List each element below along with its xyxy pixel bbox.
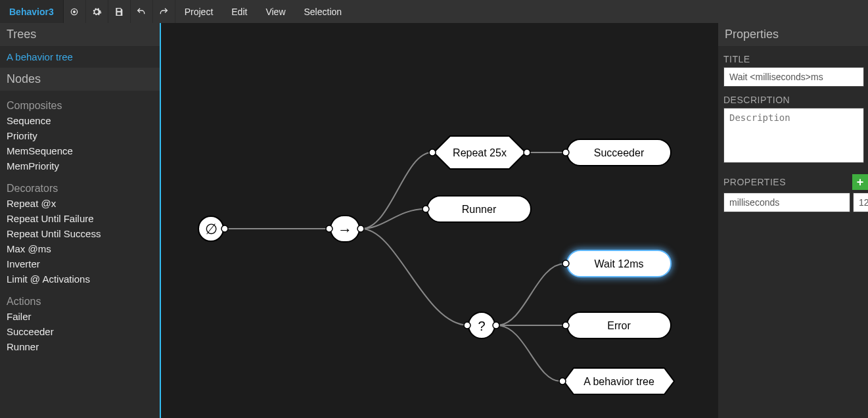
node-memsequence[interactable]: MemSequence xyxy=(0,143,160,158)
node-inverter[interactable]: Inverter xyxy=(0,256,160,271)
canvas-succeeder-node[interactable]: Succeeder xyxy=(562,139,671,166)
menu-view[interactable]: View xyxy=(256,7,294,17)
canvas-repeat-node[interactable]: Repeat 25x xyxy=(429,136,530,169)
svg-text:Runner: Runner xyxy=(462,204,497,215)
node-repeat-until-success[interactable]: Repeat Until Success xyxy=(0,226,160,241)
svg-point-7 xyxy=(326,225,332,232)
svg-text:→: → xyxy=(338,221,352,238)
property-key-input[interactable] xyxy=(723,193,850,212)
left-sidebar: Trees A behavior tree Nodes Composites S… xyxy=(0,23,161,418)
svg-text:∅: ∅ xyxy=(205,221,217,237)
redo-icon xyxy=(158,7,169,17)
undo-icon xyxy=(136,7,147,17)
group-actions: Actions xyxy=(0,292,160,309)
svg-text:Wait 12ms: Wait 12ms xyxy=(595,258,644,269)
trees-header: Trees xyxy=(0,23,160,46)
canvas-sequence-node[interactable]: → xyxy=(326,216,364,242)
menu-bar: Project Edit View Selection xyxy=(175,0,351,23)
redo-button[interactable] xyxy=(153,0,175,23)
top-bar: Behavior3 Project Edit View Selection xyxy=(0,0,868,23)
menu-edit[interactable]: Edit xyxy=(222,7,256,17)
svg-point-11 xyxy=(429,149,436,156)
properties-header: Properties xyxy=(718,23,868,46)
property-value-input[interactable] xyxy=(853,193,868,212)
graph-svg: ∅ → Repeat 25x Suc xyxy=(161,23,718,418)
node-limit-activations[interactable]: Limit @ Activations xyxy=(0,271,160,287)
svg-text:Error: Error xyxy=(607,320,631,331)
undo-button[interactable] xyxy=(131,0,153,23)
node-succeeder[interactable]: Succeeder xyxy=(0,324,160,339)
canvas-error-node[interactable]: Error xyxy=(562,312,671,338)
node-repeat[interactable]: Repeat @x xyxy=(0,196,160,211)
brand: Behavior3 xyxy=(0,0,64,23)
svg-point-8 xyxy=(357,225,364,232)
svg-point-4 xyxy=(221,225,228,232)
gear-icon xyxy=(91,7,102,17)
node-failer[interactable]: Failer xyxy=(0,309,160,324)
svg-point-18 xyxy=(423,206,429,212)
target-icon xyxy=(69,7,80,17)
svg-point-1 xyxy=(74,11,76,12)
property-row: - xyxy=(723,193,868,212)
description-label: DESCRIPTION xyxy=(723,95,868,105)
title-label: TITLE xyxy=(723,54,868,64)
node-runner[interactable]: Runner xyxy=(0,339,160,354)
menu-selection[interactable]: Selection xyxy=(295,7,352,17)
svg-point-21 xyxy=(464,322,470,329)
svg-point-22 xyxy=(493,322,499,329)
svg-point-25 xyxy=(562,260,569,267)
menu-project[interactable]: Project xyxy=(175,7,223,17)
node-sequence[interactable]: Sequence xyxy=(0,113,160,128)
add-property-button[interactable]: + xyxy=(852,174,868,190)
canvas-runner-node[interactable]: Runner xyxy=(423,196,531,222)
save-button[interactable] xyxy=(108,0,131,23)
svg-text:Repeat 25x: Repeat 25x xyxy=(453,147,507,158)
node-mempriority[interactable]: MemPriority xyxy=(0,158,160,174)
tree-item[interactable]: A behavior tree xyxy=(0,46,160,68)
properties-kv-label: PROPERTIES xyxy=(723,177,786,187)
canvas-subtree-node[interactable]: A behavior tree xyxy=(559,368,674,394)
canvas-wait-node[interactable]: Wait 12ms xyxy=(562,250,671,277)
canvas[interactable]: ∅ → Repeat 25x Suc xyxy=(161,23,718,418)
group-decorators: Decorators xyxy=(0,179,160,196)
node-priority[interactable]: Priority xyxy=(0,128,160,143)
description-input[interactable] xyxy=(723,108,864,163)
svg-point-31 xyxy=(559,378,566,384)
target-icon-button[interactable] xyxy=(64,0,86,23)
svg-text:?: ? xyxy=(478,319,485,333)
svg-point-28 xyxy=(562,322,569,329)
canvas-priority-node[interactable]: ? xyxy=(464,312,499,338)
svg-text:A behavior tree: A behavior tree xyxy=(583,376,654,387)
svg-point-12 xyxy=(524,149,530,156)
canvas-root-node[interactable]: ∅ xyxy=(198,216,228,241)
group-composites: Composites xyxy=(0,96,160,113)
nodes-header: Nodes xyxy=(0,68,160,91)
node-repeat-until-failure[interactable]: Repeat Until Failure xyxy=(0,211,160,226)
svg-text:Succeeder: Succeeder xyxy=(594,147,645,158)
save-icon xyxy=(114,7,124,17)
settings-button[interactable] xyxy=(86,0,108,23)
svg-point-15 xyxy=(562,149,569,156)
title-input[interactable] xyxy=(723,67,864,87)
properties-panel: Properties TITLE DESCRIPTION PROPERTIES … xyxy=(718,23,868,418)
node-max-ms[interactable]: Max @ms xyxy=(0,241,160,256)
